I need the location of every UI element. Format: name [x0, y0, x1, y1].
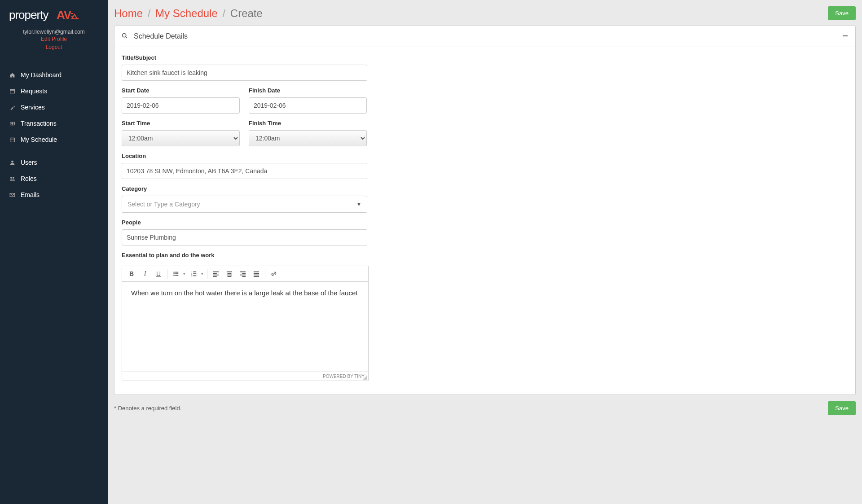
chevron-down-icon: ▼ — [356, 202, 361, 207]
svg-rect-43 — [242, 276, 246, 277]
italic-button[interactable]: I — [138, 268, 152, 280]
people-label: People — [122, 219, 367, 226]
category-select[interactable]: Select or Type a Category ▼ — [122, 196, 367, 213]
panel-header: Schedule Details — [114, 26, 855, 47]
start-time-select[interactable]: 12:00am — [122, 130, 240, 146]
category-label: Category — [122, 185, 367, 192]
save-button-bottom[interactable]: Save — [828, 401, 856, 415]
nav-roles[interactable]: Roles — [0, 171, 108, 187]
nav-services[interactable]: Services — [0, 99, 108, 115]
nav-dashboard[interactable]: My Dashboard — [0, 67, 108, 83]
svg-rect-39 — [228, 276, 232, 277]
finish-date-input[interactable] — [249, 97, 367, 114]
nav-users[interactable]: Users — [0, 154, 108, 171]
svg-rect-32 — [213, 272, 219, 272]
nav-label: Users — [21, 159, 37, 166]
location-label: Location — [122, 153, 367, 159]
rich-text-editor: B I U ▾ 123 ▾ — [122, 266, 369, 381]
svg-point-20 — [173, 272, 175, 273]
svg-rect-37 — [228, 273, 232, 274]
svg-point-13 — [11, 160, 13, 162]
breadcrumb-home[interactable]: Home — [114, 7, 143, 19]
user-email: tylor.llewellyn@gmail.com — [4, 29, 103, 35]
svg-rect-27 — [193, 272, 196, 272]
editor-footer: POWERED BY TINY — [122, 372, 368, 381]
home-icon — [9, 72, 15, 78]
svg-rect-45 — [254, 273, 259, 274]
svg-rect-9 — [10, 138, 14, 142]
save-button[interactable]: Save — [828, 6, 856, 20]
people-input[interactable] — [122, 229, 367, 245]
finish-date-label: Finish Date — [249, 87, 367, 94]
svg-rect-19 — [843, 35, 848, 36]
align-right-button[interactable] — [236, 268, 250, 280]
breadcrumb-schedule[interactable]: My Schedule — [155, 7, 218, 19]
nav-label: My Schedule — [21, 136, 57, 143]
nav-emails[interactable]: Emails — [0, 187, 108, 203]
svg-rect-35 — [213, 276, 217, 277]
editor-content[interactable]: When we turn on the hot water there is a… — [122, 282, 368, 372]
svg-rect-21 — [175, 272, 178, 273]
calendar-icon — [9, 137, 15, 143]
svg-rect-36 — [227, 272, 232, 272]
nav-label: Emails — [21, 191, 40, 198]
svg-point-15 — [12, 177, 14, 179]
transactions-icon — [9, 121, 15, 127]
svg-rect-33 — [213, 273, 217, 274]
nav-label: Requests — [21, 88, 47, 95]
svg-point-24 — [173, 275, 175, 276]
svg-rect-46 — [254, 275, 259, 276]
svg-rect-25 — [175, 275, 178, 276]
svg-rect-40 — [240, 272, 246, 272]
svg-text:3: 3 — [191, 275, 193, 277]
align-justify-button[interactable] — [250, 268, 263, 280]
sidebar: property AV tylor.llewellyn@gmail.com Ed… — [0, 0, 108, 504]
nav-label: Roles — [21, 175, 37, 182]
svg-text:property: property — [9, 8, 48, 22]
start-time-label: Start Time — [122, 120, 240, 127]
category-placeholder: Select or Type a Category — [128, 201, 200, 208]
edit-profile-link[interactable]: Edit Profile — [4, 35, 103, 43]
requests-icon — [9, 88, 15, 94]
nav-transactions[interactable]: Transactions — [0, 115, 108, 131]
svg-rect-5 — [10, 89, 14, 93]
svg-rect-29 — [193, 273, 196, 274]
svg-text:AV: AV — [57, 8, 72, 22]
user-info: tylor.llewellyn@gmail.com Edit Profile L… — [0, 27, 108, 60]
bold-button[interactable]: B — [125, 268, 138, 280]
svg-rect-47 — [254, 276, 259, 277]
detail-label: Essential to plan and do the work — [122, 252, 848, 259]
start-date-label: Start Date — [122, 87, 240, 94]
roles-icon — [9, 176, 15, 182]
logout-link[interactable]: Logout — [4, 43, 103, 51]
title-input[interactable] — [122, 65, 367, 81]
svg-point-14 — [10, 177, 12, 179]
main-content: Home / My Schedule / Create Save Schedul… — [108, 0, 862, 504]
align-left-button[interactable] — [209, 268, 223, 280]
underline-button[interactable]: U — [152, 268, 165, 280]
nav-label: My Dashboard — [21, 71, 62, 79]
svg-point-22 — [173, 273, 175, 275]
editor-toolbar: B I U ▾ 123 ▾ — [122, 266, 368, 282]
nav-requests[interactable]: Requests — [0, 83, 108, 99]
collapse-icon[interactable] — [843, 33, 848, 40]
bullet-list-dropdown[interactable]: ▾ — [181, 272, 187, 276]
nav-label: Transactions — [21, 120, 57, 127]
svg-rect-41 — [242, 273, 246, 274]
breadcrumb: Home / My Schedule / Create — [114, 7, 263, 20]
breadcrumb-current: Create — [230, 7, 263, 19]
location-input[interactable] — [122, 163, 367, 179]
link-button[interactable] — [267, 268, 281, 280]
svg-rect-38 — [227, 275, 232, 276]
search-icon — [122, 33, 128, 40]
svg-point-8 — [11, 123, 13, 124]
align-center-button[interactable] — [223, 268, 236, 280]
start-date-input[interactable] — [122, 97, 240, 114]
user-icon — [9, 160, 15, 166]
svg-rect-31 — [193, 276, 196, 276]
nav-schedule[interactable]: My Schedule — [0, 131, 108, 148]
numbered-list-dropdown[interactable]: ▾ — [199, 272, 205, 276]
finish-time-select[interactable]: 12:00am — [249, 130, 367, 146]
svg-rect-34 — [213, 275, 219, 276]
title-label: Title/Subject — [122, 54, 367, 61]
